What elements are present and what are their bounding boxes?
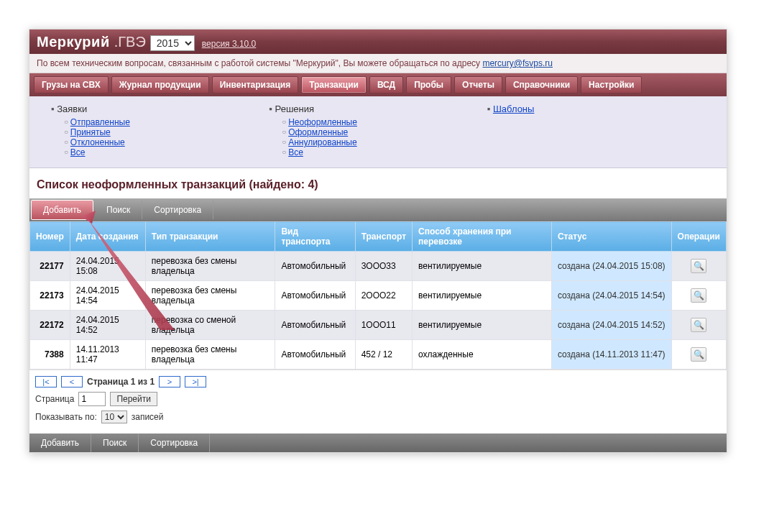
subnav-col1-link-0[interactable]: Отправленные (70, 117, 130, 127)
tab-2[interactable]: Инвентаризация (212, 76, 299, 93)
brand-sub: .ГВЭ (114, 34, 146, 50)
col-header-6: Статус (551, 222, 671, 252)
cell-mode: Автомобильный (275, 252, 355, 281)
cell-vehicle: 1ООО11 (355, 311, 412, 340)
cell-status: создана (14.11.2013 11:47) (551, 340, 671, 370)
col-header-4: Транспорт (355, 222, 412, 252)
col-header-2: Тип транзакции (145, 222, 275, 252)
pager-size-select[interactable]: 10 (101, 411, 127, 423)
tab-1[interactable]: Журнал продукции (111, 76, 209, 93)
col-header-0: Номер (30, 222, 70, 252)
cell-vehicle: 3ООО33 (355, 252, 412, 281)
view-icon[interactable]: 🔍 (691, 288, 706, 303)
subnav-col1-link-3[interactable]: Все (70, 147, 86, 157)
support-email-link[interactable]: mercury@fsvps.ru (482, 58, 553, 68)
cell-num: 7388 (30, 340, 70, 370)
cell-date: 14.11.2013 11:47 (70, 340, 145, 370)
support-bar: По всем техническим вопросам, связанным … (29, 54, 727, 73)
pager-page-input[interactable] (78, 392, 106, 406)
cell-storage: охлажденные (413, 340, 552, 370)
add-button-bottom[interactable]: Добавить (29, 434, 91, 452)
toolbar-bottom: Добавить Поиск Сортировка (29, 434, 727, 452)
subnav-col2-link-1[interactable]: Оформленные (288, 127, 348, 137)
cell-mode: Автомобильный (275, 281, 355, 311)
cell-type: перевозка со сменой владельца (145, 311, 275, 340)
cell-ops: 🔍 (671, 252, 726, 281)
pager-show-label: Показывать по: (35, 412, 97, 422)
cell-date: 24.04.2015 14:54 (70, 281, 145, 311)
add-button[interactable]: Добавить (31, 200, 93, 220)
subnav-col1-link-2[interactable]: Отклоненные (70, 137, 125, 147)
cell-ops: 🔍 (671, 281, 726, 311)
cell-storage: вентилируемые (413, 281, 552, 311)
sort-button-bottom[interactable]: Сортировка (139, 434, 210, 452)
table-row: 2217324.04.2015 14:54перевозка без смены… (30, 281, 727, 311)
subnav-col2-link-3[interactable]: Все (288, 147, 303, 157)
subnav-col2-link-0[interactable]: Неоформленные (288, 117, 357, 127)
pager-show-suffix: записей (132, 412, 164, 422)
cell-vehicle: 2ООО22 (355, 281, 412, 311)
tab-4[interactable]: ВСД (369, 76, 403, 93)
brand-main: Меркурий (37, 34, 110, 50)
cell-ops: 🔍 (671, 311, 726, 340)
col-header-7: Операции (671, 222, 726, 252)
page-title: Список неоформленных транзакций (найдено… (29, 168, 727, 198)
search-button[interactable]: Поиск (95, 201, 142, 219)
cell-num: 22172 (30, 311, 70, 340)
col-header-1: Дата создания (70, 222, 145, 252)
pager-next-button[interactable]: > (159, 376, 180, 387)
support-text: По всем техническим вопросам, связанным … (37, 58, 482, 68)
subnav-col1-link-1[interactable]: Принятые (70, 127, 111, 137)
cell-vehicle: 452 / 12 (355, 340, 412, 370)
tab-0[interactable]: Грузы на СВХ (34, 76, 109, 93)
table-row: 738814.11.2013 11:47перевозка без смены … (30, 340, 727, 370)
pager-go-button[interactable]: Перейти (110, 392, 157, 406)
subnav-templates-link[interactable]: Шаблоны (493, 104, 535, 114)
col-header-3: Вид транспорта (275, 222, 355, 252)
pager-first-button[interactable]: |< (35, 376, 57, 387)
tab-8[interactable]: Настройки (581, 76, 642, 93)
cell-status: создана (24.04.2015 15:08) (551, 252, 671, 281)
subnav-col1-title: Заявки (51, 104, 269, 114)
cell-num: 22173 (30, 281, 70, 311)
table-row: 2217224.04.2015 14:52перевозка со сменой… (30, 311, 727, 340)
view-icon[interactable]: 🔍 (691, 259, 706, 273)
view-icon[interactable]: 🔍 (691, 347, 706, 362)
transactions-table: НомерДата созданияТип транзакцииВид тран… (29, 221, 727, 370)
cell-mode: Автомобильный (275, 311, 355, 340)
search-button-bottom[interactable]: Поиск (91, 434, 139, 452)
cell-type: перевозка без смены владельца (145, 281, 275, 311)
tab-7[interactable]: Справочники (505, 76, 578, 93)
pager-last-button[interactable]: >| (185, 376, 206, 387)
pager-page-label: Страница (35, 394, 74, 404)
toolbar-top: Добавить Поиск Сортировка (29, 198, 727, 221)
cell-storage: вентилируемые (413, 252, 552, 281)
main-tabs: Грузы на СВХЖурнал продукцииИнвентаризац… (29, 73, 727, 96)
cell-date: 24.04.2015 15:08 (70, 252, 145, 281)
tab-3[interactable]: Транзакции (301, 76, 367, 93)
col-header-5: Способ хранения при перевозке (413, 222, 552, 252)
tab-5[interactable]: Пробы (406, 76, 451, 93)
sort-button[interactable]: Сортировка (142, 201, 213, 219)
table-row: 2217724.04.2015 15:08перевозка без смены… (30, 252, 727, 281)
view-icon[interactable]: 🔍 (691, 318, 706, 332)
cell-type: перевозка без смены владельца (145, 340, 275, 370)
version-link[interactable]: версия 3.10.0 (202, 39, 257, 49)
subnav-col2-link-2[interactable]: Аннулированные (288, 137, 357, 147)
cell-status: создана (24.04.2015 14:52) (551, 311, 671, 340)
pager-page-of: Страница 1 из 1 (87, 377, 155, 387)
cell-date: 24.04.2015 14:52 (70, 311, 145, 340)
cell-ops: 🔍 (671, 340, 726, 370)
cell-storage: вентилируемые (413, 311, 552, 340)
app-header: Меркурий.ГВЭ 2015 версия 3.10.0 (29, 29, 727, 54)
cell-type: перевозка без смены владельца (145, 252, 275, 281)
cell-num: 22177 (30, 252, 70, 281)
tab-6[interactable]: Отчеты (454, 76, 502, 93)
pager: |< < Страница 1 из 1 > >| Страница Перей… (29, 370, 727, 434)
cell-status: создана (24.04.2015 14:54) (551, 281, 671, 311)
subnav-col2-title: Решения (269, 104, 487, 114)
year-select[interactable]: 2015 (150, 35, 195, 51)
subnav: Заявки ОтправленныеПринятыеОтклоненныеВс… (29, 96, 727, 168)
pager-prev-button[interactable]: < (61, 376, 83, 387)
cell-mode: Автомобильный (275, 340, 355, 370)
